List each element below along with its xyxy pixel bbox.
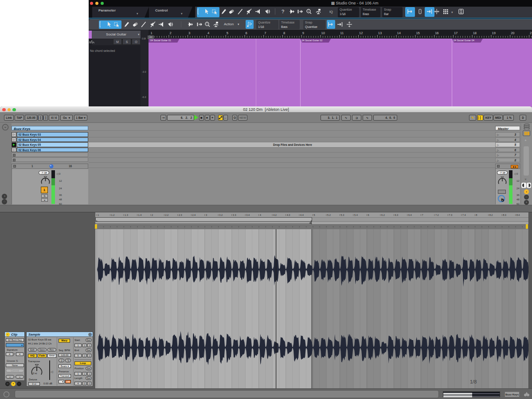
- svg-text:?: ?: [282, 9, 284, 14]
- svg-text:15: 15: [416, 31, 419, 35]
- svg-text:5: 5: [314, 214, 315, 216]
- svg-text:6.2: 6.2: [381, 214, 385, 216]
- svg-text:7.3: 7.3: [449, 214, 452, 216]
- svg-text:19: 19: [492, 31, 496, 35]
- svg-text:16: 16: [435, 31, 438, 35]
- svg-text:2: 2: [152, 214, 153, 216]
- svg-text:3.2: 3.2: [219, 214, 223, 216]
- svg-text:4.3: 4.3: [287, 214, 290, 216]
- svg-text:2.4: 2.4: [192, 214, 196, 216]
- svg-text:8.3: 8.3: [503, 214, 506, 216]
- svg-text:21: 21: [530, 31, 532, 35]
- svg-text:4.4: 4.4: [300, 214, 304, 216]
- svg-text:13: 13: [378, 31, 382, 35]
- svg-text:4.2: 4.2: [273, 214, 277, 216]
- svg-text:6.4: 6.4: [408, 214, 412, 216]
- svg-text:3.4: 3.4: [246, 214, 250, 216]
- svg-text:1/8: 1/8: [470, 379, 477, 384]
- svg-text:8: 8: [283, 31, 285, 35]
- svg-text:5.4: 5.4: [354, 214, 358, 216]
- svg-text:14: 14: [397, 31, 401, 35]
- svg-text:6: 6: [368, 214, 369, 216]
- svg-text:4: 4: [260, 214, 261, 216]
- svg-text:3: 3: [206, 214, 207, 216]
- svg-text:11: 11: [340, 31, 344, 35]
- svg-text:6: 6: [246, 31, 247, 35]
- svg-text:20: 20: [511, 31, 514, 35]
- svg-text:3.3: 3.3: [233, 214, 236, 216]
- svg-text:8.2: 8.2: [489, 214, 493, 216]
- svg-text:5: 5: [227, 31, 228, 35]
- svg-text:1: 1: [98, 214, 99, 216]
- svg-text:18: 18: [473, 31, 477, 35]
- svg-text:2.3: 2.3: [179, 214, 182, 216]
- svg-text:6.3: 6.3: [395, 214, 398, 216]
- svg-text:12: 12: [359, 31, 363, 35]
- svg-text:7: 7: [264, 31, 266, 35]
- svg-text:10: 10: [321, 31, 325, 35]
- svg-text:1.2: 1.2: [111, 214, 115, 216]
- svg-text:1: 1: [151, 31, 153, 35]
- svg-text:7.4: 7.4: [462, 214, 466, 216]
- svg-text:7: 7: [422, 214, 423, 216]
- svg-text:17: 17: [454, 31, 458, 35]
- svg-text:3: 3: [188, 31, 190, 35]
- svg-text:8: 8: [476, 214, 477, 216]
- svg-text:5.3: 5.3: [341, 214, 344, 216]
- svg-text:9: 9: [302, 31, 304, 35]
- svg-text:2: 2: [169, 31, 171, 35]
- svg-text:4: 4: [207, 31, 209, 35]
- svg-text:8.4: 8.4: [516, 214, 520, 216]
- svg-text:7.2: 7.2: [435, 214, 439, 216]
- svg-text:1.4: 1.4: [138, 214, 142, 216]
- svg-text:1.3: 1.3: [125, 214, 128, 216]
- svg-text:5.2: 5.2: [327, 214, 331, 216]
- svg-text:2.2: 2.2: [165, 214, 168, 216]
